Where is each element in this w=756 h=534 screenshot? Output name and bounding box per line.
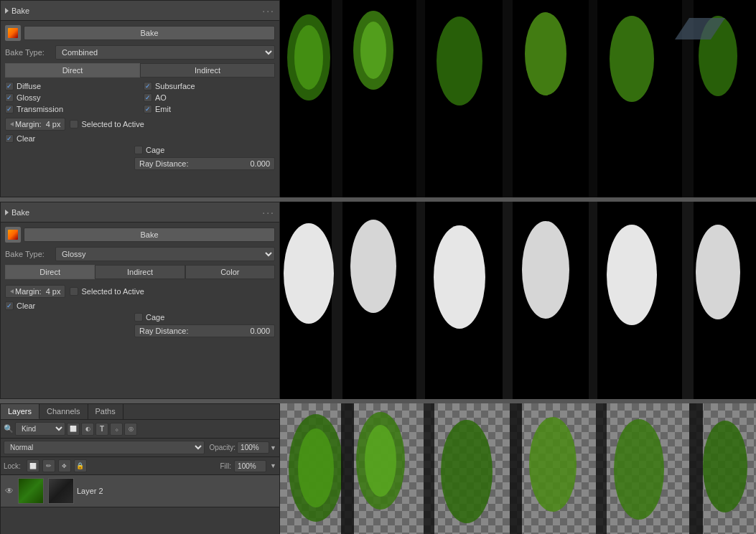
cb-transmission: Transmission	[5, 105, 136, 113]
cb-transmission-box[interactable]	[5, 105, 14, 113]
cb-emit: Emit	[144, 105, 275, 113]
middle-tab-indirect[interactable]: Indirect	[95, 265, 185, 279]
svg-point-39	[696, 225, 740, 319]
ps-tab-channels[interactable]: Channels	[39, 404, 88, 419]
top-bake-type-row: Bake Type: Combined	[5, 45, 275, 60]
cb-subsurface-label: Subsurface	[155, 82, 195, 90]
ps-fill-input[interactable]	[234, 460, 266, 472]
ps-shape-icon[interactable]: ⬦	[110, 423, 123, 436]
collapse-icon[interactable]	[5, 8, 9, 14]
top-bake-button[interactable]: Bake	[24, 26, 275, 40]
cb-transmission-label: Transmission	[17, 105, 63, 113]
middle-tab-direct[interactable]: Direct	[5, 265, 95, 279]
middle-tab-color[interactable]: Color	[185, 265, 275, 279]
ps-eye-icon[interactable]: 👁	[4, 485, 15, 497]
ps-tab-paths[interactable]: Paths	[88, 404, 123, 419]
middle-margin-triangle-icon	[10, 289, 14, 294]
cb-selected-active-box[interactable]	[70, 120, 78, 128]
top-ray-field[interactable]: Ray Distance: 0.000	[134, 157, 275, 170]
ps-pixel-icon[interactable]: ⬜	[67, 423, 80, 436]
svg-point-14	[525, 12, 566, 95]
ps-blend-select[interactable]: Normal	[4, 441, 205, 454]
cb-emit-box[interactable]	[144, 105, 152, 113]
cb-subsurface: Subsurface	[144, 82, 275, 90]
svg-rect-29	[589, 202, 597, 399]
ps-lock-pixel-icon[interactable]: ⬜	[27, 459, 39, 472]
top-ray-distance-row: Ray Distance: 0.000	[134, 157, 275, 170]
top-bake-type-select[interactable]: Combined	[55, 45, 275, 60]
svg-rect-2	[416, 0, 425, 197]
ps-smart-icon[interactable]: ◎	[124, 423, 137, 436]
top-tab-direct[interactable]: Direct	[5, 63, 140, 78]
middle-panel-title: Bake	[11, 208, 29, 217]
svg-rect-3	[503, 0, 513, 197]
top-bake-panel: Bake ··· Bake Bake Type: Combined	[0, 0, 280, 197]
ps-kind-select[interactable]: Kind	[15, 422, 65, 436]
cb-cage-box[interactable]	[134, 146, 143, 154]
cb-glossy-box[interactable]	[5, 93, 14, 102]
top-panel-header: Bake ···	[1, 1, 279, 21]
middle-row: Bake ··· Bake Bake Type: Glossy	[0, 202, 756, 399]
ps-type-icon[interactable]: T	[95, 423, 108, 436]
svg-point-15	[610, 16, 654, 102]
ps-opacity-dropdown-icon[interactable]: ▼	[270, 444, 276, 451]
middle-bake-panel: Bake ··· Bake Bake Type: Glossy	[0, 202, 280, 399]
svg-rect-30	[682, 202, 694, 399]
cb-diffuse: Diffuse	[5, 82, 136, 90]
panel-menu-dots[interactable]: ···	[262, 5, 275, 17]
middle-bake-type-label: Bake Type:	[5, 250, 55, 258]
ps-layer-name: Layer 2	[77, 487, 276, 495]
ps-lock-draw-icon[interactable]: ✏	[42, 459, 55, 472]
ps-opacity-label: Opacity:	[209, 444, 235, 451]
middle-cb-clear-box[interactable]	[5, 301, 14, 310]
cb-ao-box[interactable]	[144, 93, 152, 102]
middle-cb-cage-box[interactable]	[134, 313, 143, 322]
svg-point-52	[365, 425, 396, 497]
middle-image-panel	[280, 202, 756, 399]
bottom-row: Layers Channels Paths 🔍 Kind ⬜ ◐ T ⬦ ◎	[0, 403, 756, 534]
search-icon: 🔍	[4, 424, 14, 434]
ps-lock-all-icon[interactable]: 🔒	[74, 459, 87, 472]
bake-button-row: Bake	[5, 25, 275, 41]
middle-cb-selected-active-box[interactable]	[70, 287, 78, 296]
bottom-image	[280, 403, 756, 534]
ps-tab-layers[interactable]: Layers	[1, 404, 39, 419]
middle-margin-field[interactable]: Margin: 4 px	[5, 285, 65, 298]
cb-diffuse-box[interactable]	[5, 82, 14, 90]
cb-clear-box[interactable]	[5, 134, 14, 143]
middle-ray-value: 0.000	[250, 327, 270, 335]
ps-thumb-1	[18, 478, 44, 504]
middle-collapse-icon[interactable]	[5, 210, 9, 215]
ps-fill-dropdown-icon[interactable]: ▼	[270, 462, 276, 469]
svg-point-13	[437, 17, 482, 106]
middle-cb-clear-label: Clear	[17, 301, 35, 310]
top-margin-field[interactable]: Margin: 4 px	[5, 118, 65, 131]
middle-panel-menu-dots[interactable]: ···	[262, 207, 275, 218]
ps-opacity-input[interactable]	[237, 441, 269, 454]
ps-adjustment-icon[interactable]: ◐	[81, 423, 94, 436]
cb-subsurface-box[interactable]	[144, 82, 152, 90]
ps-thumb-2-content	[49, 479, 73, 503]
ps-lock-move-icon[interactable]: ✥	[58, 459, 71, 472]
cb-clear-label: Clear	[17, 134, 35, 143]
middle-bake-type-select[interactable]: Glossy	[55, 247, 275, 261]
cb-emit-label: Emit	[155, 105, 171, 113]
middle-ray-field[interactable]: Ray Distance: 0.000	[134, 324, 275, 337]
svg-rect-26	[332, 202, 342, 399]
cb-glossy-label: Glossy	[17, 93, 41, 102]
top-ray-value: 0.000	[250, 159, 270, 168]
middle-bake-button[interactable]: Bake	[24, 228, 275, 242]
top-margin-label: Margin:	[15, 120, 42, 128]
middle-selected-active: Selected to Active	[70, 287, 144, 296]
svg-rect-61	[424, 403, 434, 534]
middle-margin-row: Margin: 4 px Selected to Active	[5, 285, 275, 298]
top-tab-indirect[interactable]: Indirect	[140, 63, 275, 78]
svg-rect-27	[416, 202, 425, 399]
ps-layer-item[interactable]: 👁 Layer 2	[1, 475, 279, 507]
svg-point-53	[441, 420, 493, 523]
middle-bake-icon-inner	[8, 230, 18, 240]
top-panel-title: Bake	[11, 6, 29, 15]
top-tabs-row: Direct Indirect	[5, 63, 275, 78]
middle-panel-header: Bake ···	[1, 202, 279, 222]
ps-tabs: Layers Channels Paths	[1, 404, 279, 420]
